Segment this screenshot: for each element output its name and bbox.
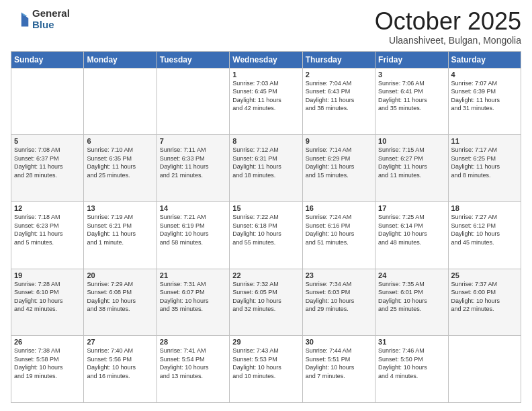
- weekday-header-saturday: Saturday: [448, 51, 521, 68]
- day-info: Sunrise: 7:12 AM Sunset: 6:31 PM Dayligh…: [232, 146, 299, 179]
- logo-blue: Blue: [32, 19, 70, 31]
- day-number: 20: [87, 271, 153, 279]
- calendar-week-row: 26Sunrise: 7:38 AM Sunset: 5:58 PM Dayli…: [11, 336, 521, 403]
- calendar-cell: 27Sunrise: 7:40 AM Sunset: 5:56 PM Dayli…: [84, 336, 157, 403]
- calendar-cell: 12Sunrise: 7:18 AM Sunset: 6:23 PM Dayli…: [11, 201, 84, 269]
- day-info: Sunrise: 7:25 AM Sunset: 6:14 PM Dayligh…: [378, 213, 445, 246]
- day-info: Sunrise: 7:34 AM Sunset: 6:03 PM Dayligh…: [306, 280, 372, 314]
- day-number: 22: [232, 271, 299, 279]
- calendar-table: SundayMondayTuesdayWednesdayThursdayFrid…: [11, 51, 521, 403]
- calendar-cell: 3Sunrise: 7:06 AM Sunset: 6:41 PM Daylig…: [375, 68, 448, 135]
- day-info: Sunrise: 7:06 AM Sunset: 6:41 PM Dayligh…: [378, 79, 445, 113]
- weekday-header-wednesday: Wednesday: [230, 51, 302, 68]
- day-number: 23: [306, 271, 372, 279]
- calendar-cell: 24Sunrise: 7:35 AM Sunset: 6:01 PM Dayli…: [375, 269, 448, 336]
- day-info: Sunrise: 7:19 AM Sunset: 6:21 PM Dayligh…: [87, 213, 153, 246]
- day-number: 25: [451, 271, 518, 279]
- day-number: 24: [378, 271, 445, 279]
- day-info: Sunrise: 7:46 AM Sunset: 5:50 PM Dayligh…: [378, 347, 445, 380]
- day-info: Sunrise: 7:44 AM Sunset: 5:51 PM Dayligh…: [306, 347, 372, 380]
- calendar-cell: 16Sunrise: 7:24 AM Sunset: 6:16 PM Dayli…: [302, 201, 375, 269]
- day-info: Sunrise: 7:27 AM Sunset: 6:12 PM Dayligh…: [451, 213, 518, 246]
- calendar-cell: 6Sunrise: 7:10 AM Sunset: 6:35 PM Daylig…: [84, 135, 157, 202]
- day-number: 28: [160, 338, 226, 346]
- calendar-cell: 17Sunrise: 7:25 AM Sunset: 6:14 PM Dayli…: [375, 201, 448, 269]
- calendar-cell: 28Sunrise: 7:41 AM Sunset: 5:54 PM Dayli…: [157, 336, 229, 403]
- day-number: 3: [378, 71, 445, 79]
- day-info: Sunrise: 7:41 AM Sunset: 5:54 PM Dayligh…: [160, 347, 226, 380]
- calendar-cell: 15Sunrise: 7:22 AM Sunset: 6:18 PM Dayli…: [230, 201, 302, 269]
- calendar-cell: 11Sunrise: 7:17 AM Sunset: 6:25 PM Dayli…: [448, 135, 521, 202]
- day-number: 21: [160, 271, 226, 279]
- calendar-cell: 18Sunrise: 7:27 AM Sunset: 6:12 PM Dayli…: [448, 201, 521, 269]
- calendar-cell: 8Sunrise: 7:12 AM Sunset: 6:31 PM Daylig…: [230, 135, 302, 202]
- day-info: Sunrise: 7:35 AM Sunset: 6:01 PM Dayligh…: [378, 280, 445, 314]
- calendar-cell: [11, 68, 84, 135]
- day-info: Sunrise: 7:07 AM Sunset: 6:39 PM Dayligh…: [451, 79, 518, 113]
- weekday-header-monday: Monday: [84, 51, 157, 68]
- day-number: 31: [378, 338, 445, 346]
- day-number: 29: [232, 338, 299, 346]
- day-info: Sunrise: 7:04 AM Sunset: 6:43 PM Dayligh…: [306, 79, 372, 113]
- location-subtitle: Ulaanshiveet, Bulgan, Mongolia: [375, 35, 521, 46]
- day-info: Sunrise: 7:11 AM Sunset: 6:33 PM Dayligh…: [160, 146, 226, 179]
- day-number: 18: [451, 204, 518, 212]
- calendar-cell: 7Sunrise: 7:11 AM Sunset: 6:33 PM Daylig…: [157, 135, 229, 202]
- day-number: 11: [451, 137, 518, 145]
- calendar-cell: 5Sunrise: 7:08 AM Sunset: 6:37 PM Daylig…: [11, 135, 84, 202]
- day-info: Sunrise: 7:40 AM Sunset: 5:56 PM Dayligh…: [87, 347, 153, 380]
- calendar-cell: 13Sunrise: 7:19 AM Sunset: 6:21 PM Dayli…: [84, 201, 157, 269]
- day-info: Sunrise: 7:29 AM Sunset: 6:08 PM Dayligh…: [87, 280, 153, 314]
- day-info: Sunrise: 7:14 AM Sunset: 6:29 PM Dayligh…: [306, 146, 372, 179]
- calendar-cell: 30Sunrise: 7:44 AM Sunset: 5:51 PM Dayli…: [302, 336, 375, 403]
- calendar-cell: 2Sunrise: 7:04 AM Sunset: 6:43 PM Daylig…: [302, 68, 375, 135]
- svg-marker-0: [21, 12, 29, 26]
- day-info: Sunrise: 7:03 AM Sunset: 6:45 PM Dayligh…: [232, 79, 299, 113]
- logo: General Blue: [11, 8, 70, 30]
- day-info: Sunrise: 7:18 AM Sunset: 6:23 PM Dayligh…: [14, 213, 81, 246]
- day-number: 30: [306, 338, 372, 346]
- day-info: Sunrise: 7:37 AM Sunset: 6:00 PM Dayligh…: [451, 280, 518, 314]
- day-number: 7: [160, 137, 226, 145]
- day-info: Sunrise: 7:28 AM Sunset: 6:10 PM Dayligh…: [14, 280, 81, 314]
- calendar-week-row: 5Sunrise: 7:08 AM Sunset: 6:37 PM Daylig…: [11, 135, 521, 202]
- calendar-cell: [157, 68, 229, 135]
- calendar-cell: 29Sunrise: 7:43 AM Sunset: 5:53 PM Dayli…: [230, 336, 302, 403]
- day-info: Sunrise: 7:32 AM Sunset: 6:05 PM Dayligh…: [232, 280, 299, 314]
- calendar-cell: 22Sunrise: 7:32 AM Sunset: 6:05 PM Dayli…: [230, 269, 302, 336]
- day-info: Sunrise: 7:15 AM Sunset: 6:27 PM Dayligh…: [378, 146, 445, 179]
- month-title: October 2025: [375, 8, 521, 35]
- logo-text: General Blue: [32, 8, 70, 30]
- day-info: Sunrise: 7:10 AM Sunset: 6:35 PM Dayligh…: [87, 146, 153, 179]
- day-number: 13: [87, 204, 153, 212]
- calendar-cell: 1Sunrise: 7:03 AM Sunset: 6:45 PM Daylig…: [230, 68, 302, 135]
- calendar-cell: 31Sunrise: 7:46 AM Sunset: 5:50 PM Dayli…: [375, 336, 448, 403]
- day-number: 16: [306, 204, 372, 212]
- logo-general: General: [32, 8, 70, 19]
- calendar-week-row: 12Sunrise: 7:18 AM Sunset: 6:23 PM Dayli…: [11, 201, 521, 269]
- weekday-header-thursday: Thursday: [302, 51, 375, 68]
- day-info: Sunrise: 7:31 AM Sunset: 6:07 PM Dayligh…: [160, 280, 226, 314]
- day-info: Sunrise: 7:08 AM Sunset: 6:37 PM Dayligh…: [14, 146, 81, 179]
- day-number: 4: [451, 71, 518, 79]
- day-number: 10: [378, 137, 445, 145]
- day-number: 27: [87, 338, 153, 346]
- calendar-cell: 14Sunrise: 7:21 AM Sunset: 6:19 PM Dayli…: [157, 201, 229, 269]
- day-number: 1: [232, 71, 299, 79]
- calendar-cell: 20Sunrise: 7:29 AM Sunset: 6:08 PM Dayli…: [84, 269, 157, 336]
- day-number: 6: [87, 137, 153, 145]
- calendar-cell: 19Sunrise: 7:28 AM Sunset: 6:10 PM Dayli…: [11, 269, 84, 336]
- weekday-header-sunday: Sunday: [11, 51, 84, 68]
- day-number: 9: [306, 137, 372, 145]
- calendar-cell: 9Sunrise: 7:14 AM Sunset: 6:29 PM Daylig…: [302, 135, 375, 202]
- day-info: Sunrise: 7:38 AM Sunset: 5:58 PM Dayligh…: [14, 347, 81, 380]
- day-number: 5: [14, 137, 81, 145]
- calendar-cell: [448, 336, 521, 403]
- title-area: October 2025 Ulaanshiveet, Bulgan, Mongo…: [375, 8, 521, 46]
- weekday-header-friday: Friday: [375, 51, 448, 68]
- day-info: Sunrise: 7:21 AM Sunset: 6:19 PM Dayligh…: [160, 213, 226, 246]
- calendar-cell: 23Sunrise: 7:34 AM Sunset: 6:03 PM Dayli…: [302, 269, 375, 336]
- calendar-cell: [84, 68, 157, 135]
- day-info: Sunrise: 7:17 AM Sunset: 6:25 PM Dayligh…: [451, 146, 518, 179]
- calendar-cell: 21Sunrise: 7:31 AM Sunset: 6:07 PM Dayli…: [157, 269, 229, 336]
